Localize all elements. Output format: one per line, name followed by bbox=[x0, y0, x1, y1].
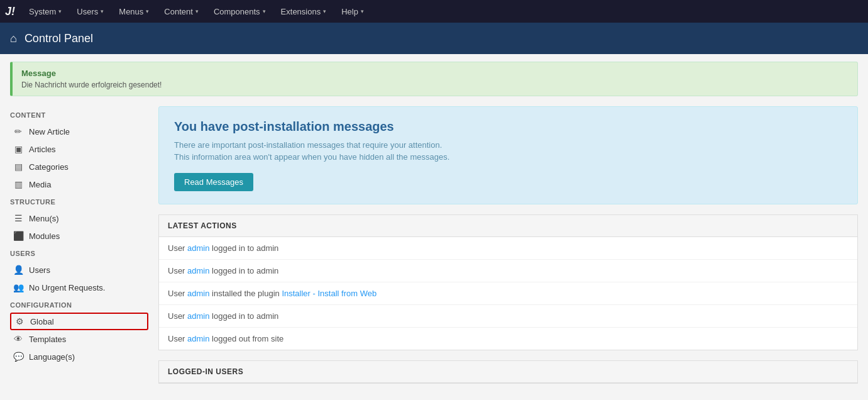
sidebar-item-global[interactable]: ⚙ Global bbox=[10, 313, 148, 330]
nav-help[interactable]: Help ▾ bbox=[335, 3, 370, 20]
nav-content[interactable]: Content ▾ bbox=[158, 3, 205, 20]
pencil-icon: ✏ bbox=[13, 126, 24, 136]
language-icon: 💬 bbox=[13, 352, 24, 362]
sidebar-item-modules[interactable]: ⬛ Modules bbox=[10, 227, 148, 245]
main-container: Message Die Nachricht wurde erfolgreich … bbox=[0, 54, 868, 400]
action-row-1: User admin logged in to admin bbox=[159, 237, 857, 260]
user-icon: 👤 bbox=[13, 265, 24, 275]
nav-menus[interactable]: Menus ▾ bbox=[113, 3, 155, 20]
admin-link-5[interactable]: admin bbox=[187, 334, 209, 343]
alert-message: Message Die Nachricht wurde erfolgreich … bbox=[10, 62, 858, 96]
home-icon: ⌂ bbox=[10, 32, 17, 45]
menu-icon: ☰ bbox=[13, 213, 24, 223]
latest-actions-panel: LATEST ACTIONS User admin logged in to a… bbox=[158, 214, 858, 350]
chevron-down-icon: ▾ bbox=[146, 8, 149, 14]
joomla-logo: J! bbox=[5, 5, 15, 18]
latest-actions-header: LATEST ACTIONS bbox=[159, 215, 857, 237]
action-row-4: User admin logged in to admin bbox=[159, 305, 857, 328]
article-icon: ▣ bbox=[13, 144, 24, 154]
page-title: Control Panel bbox=[25, 32, 93, 45]
chevron-down-icon: ▾ bbox=[58, 8, 62, 14]
chevron-down-icon: ▾ bbox=[323, 8, 326, 14]
logged-in-users-panel: LOGGED-IN USERS bbox=[158, 360, 858, 384]
action-row-2: User admin logged in to admin bbox=[159, 260, 857, 282]
media-icon: ▥ bbox=[13, 179, 24, 189]
chevron-down-icon: ▾ bbox=[101, 8, 104, 14]
page-header: ⌂ Control Panel bbox=[0, 23, 868, 54]
sidebar-item-media[interactable]: ▥ Media bbox=[10, 175, 148, 193]
admin-link-4[interactable]: admin bbox=[187, 311, 209, 321]
alert-title: Message bbox=[21, 69, 849, 78]
sidebar-item-menus[interactable]: ☰ Menu(s) bbox=[10, 209, 148, 227]
modules-icon: ⬛ bbox=[13, 231, 24, 241]
sidebar-section-content-title: CONTENT bbox=[10, 106, 148, 123]
read-messages-button[interactable]: Read Messages bbox=[174, 173, 253, 191]
sidebar-section-config-title: CONFIGURATION bbox=[10, 296, 148, 313]
chevron-down-icon: ▾ bbox=[361, 8, 364, 14]
sidebar-section-structure-title: STRUCTURE bbox=[10, 193, 148, 209]
categories-icon: ▤ bbox=[13, 162, 24, 172]
sidebar-item-templates[interactable]: 👁 Templates bbox=[10, 330, 148, 348]
admin-link-3[interactable]: admin bbox=[187, 289, 209, 298]
sidebar-item-articles[interactable]: ▣ Articles bbox=[10, 140, 148, 158]
content-row: CONTENT ✏ New Article ▣ Articles ▤ Categ… bbox=[10, 106, 858, 394]
eye-icon: 👁 bbox=[13, 334, 24, 344]
post-install-line1: There are important post-installation me… bbox=[174, 140, 842, 150]
sidebar-item-no-urgent: 👥 No Urgent Requests. bbox=[10, 279, 148, 296]
nav-system[interactable]: System ▾ bbox=[23, 3, 68, 20]
nav-components[interactable]: Components ▾ bbox=[207, 3, 272, 20]
sidebar-item-new-article[interactable]: ✏ New Article bbox=[10, 123, 148, 140]
post-install-line2: This information area won't appear when … bbox=[174, 152, 842, 162]
sidebar-item-categories[interactable]: ▤ Categories bbox=[10, 158, 148, 175]
alert-body: Die Nachricht wurde erfolgreich gesendet… bbox=[21, 81, 849, 89]
logged-in-users-header: LOGGED-IN USERS bbox=[159, 361, 857, 383]
nav-users[interactable]: Users ▾ bbox=[70, 3, 110, 20]
admin-link-1[interactable]: admin bbox=[187, 243, 209, 253]
admin-link-2[interactable]: admin bbox=[187, 266, 209, 275]
post-install-title: You have post-installation messages bbox=[174, 119, 842, 134]
post-install-box: You have post-installation messages Ther… bbox=[158, 106, 858, 204]
installer-link[interactable]: Installer - Install from Web bbox=[282, 289, 376, 298]
gear-icon: ⚙ bbox=[14, 316, 25, 326]
sidebar-item-users[interactable]: 👤 Users bbox=[10, 261, 148, 279]
top-navigation: J! System ▾ Users ▾ Menus ▾ Content ▾ Co… bbox=[0, 0, 868, 23]
nav-extensions[interactable]: Extensions ▾ bbox=[275, 3, 333, 20]
action-row-3: User admin installed the plugin Installe… bbox=[159, 282, 857, 305]
sidebar-section-users-title: USERS bbox=[10, 245, 148, 261]
latest-actions-body: User admin logged in to admin User admin… bbox=[159, 237, 857, 350]
right-content: You have post-installation messages Ther… bbox=[158, 106, 858, 394]
users-icon: 👥 bbox=[13, 282, 24, 292]
action-row-5: User admin logged out from site bbox=[159, 328, 857, 350]
chevron-down-icon: ▾ bbox=[263, 8, 266, 14]
sidebar: CONTENT ✏ New Article ▣ Articles ▤ Categ… bbox=[10, 106, 148, 394]
chevron-down-icon: ▾ bbox=[195, 8, 199, 14]
sidebar-item-languages[interactable]: 💬 Language(s) bbox=[10, 348, 148, 365]
